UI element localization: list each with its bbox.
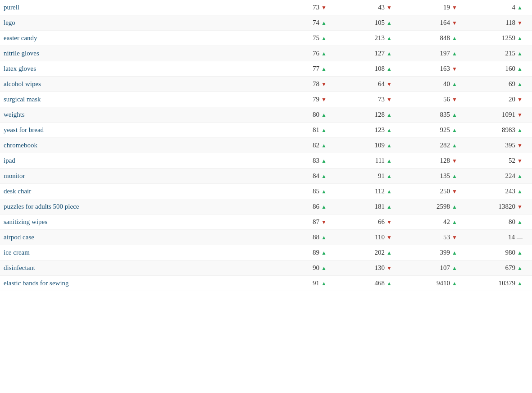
down-arrow: ▼ (386, 265, 392, 271)
item-name: purell (0, 4, 270, 11)
col1-value: 89 ▲ (270, 249, 336, 256)
item-name: nitrile gloves (0, 50, 270, 57)
col3-value: 163 ▼ (401, 65, 466, 73)
col1-value: 79 ▼ (270, 96, 336, 103)
col2-number: 128 (375, 111, 385, 119)
table-row: surgical mask 79 ▼ 73 ▼ 56 ▼ 20 ▼ (0, 92, 532, 107)
col2-number: 109 (375, 142, 385, 149)
table-row: lego 74 ▲ 105 ▲ 164 ▼ 118 ▼ (0, 15, 532, 31)
down-arrow: ▼ (517, 143, 523, 148)
col3-value: 250 ▼ (401, 187, 466, 195)
col2-number: 64 (378, 80, 385, 88)
item-name: latex gloves (0, 65, 270, 73)
item-name: disinfectant (0, 264, 270, 272)
col2-value: 91 ▲ (336, 172, 401, 180)
col2-value: 43 ▼ (336, 4, 401, 11)
col1-number: 74 (313, 19, 319, 27)
col1-number: 76 (313, 50, 319, 57)
up-arrow: ▲ (321, 204, 327, 210)
col1-number: 78 (313, 80, 319, 88)
col4-value: 8983 ▲ (466, 126, 532, 134)
col1-value: 91 ▲ (270, 279, 336, 287)
down-arrow: ▼ (321, 219, 327, 225)
item-name: lego (0, 19, 270, 27)
col2-number: 127 (375, 50, 385, 57)
col3-number: 19 (443, 4, 450, 11)
col3-value: 282 ▲ (401, 142, 466, 149)
up-arrow: ▲ (452, 204, 457, 210)
up-arrow: ▲ (386, 250, 392, 256)
col4-number: 118 (505, 19, 515, 27)
col3-value: 19 ▼ (401, 4, 466, 11)
up-arrow: ▲ (321, 281, 327, 286)
col1-value: 81 ▲ (270, 126, 336, 134)
col4-value: 215 ▲ (466, 50, 532, 57)
table-row: ice cream 89 ▲ 202 ▲ 399 ▲ 980 ▲ (0, 245, 532, 260)
col1-value: 76 ▲ (270, 50, 336, 57)
col4-number: 8983 (502, 126, 515, 134)
up-arrow: ▲ (517, 189, 523, 194)
col2-number: 108 (375, 65, 385, 73)
item-name: easter candy (0, 34, 270, 42)
col1-value: 80 ▲ (270, 111, 336, 119)
col1-number: 89 (313, 249, 319, 256)
col3-value: 42 ▲ (401, 218, 466, 226)
item-name: surgical mask (0, 96, 270, 103)
item-name: yeast for bread (0, 126, 270, 134)
col4-value: 118 ▼ (466, 19, 532, 27)
col4-value: 69 ▲ (466, 80, 532, 88)
item-name: ice cream (0, 249, 270, 256)
col1-value: 86 ▲ (270, 203, 336, 210)
col2-number: 66 (378, 218, 385, 226)
item-name: alcohol wipes (0, 80, 270, 88)
up-arrow: ▲ (517, 219, 523, 225)
col3-value: 835 ▲ (401, 111, 466, 119)
col4-number: 679 (505, 264, 516, 272)
col4-number: 80 (509, 218, 515, 226)
down-arrow: ▼ (386, 97, 392, 102)
col4-number: 215 (505, 50, 516, 57)
col3-number: 848 (440, 34, 450, 42)
up-arrow: ▲ (386, 36, 392, 41)
up-arrow: ▲ (321, 112, 327, 118)
neutral-indicator: — (517, 234, 523, 241)
up-arrow: ▲ (517, 5, 523, 10)
col1-value: 87 ▼ (270, 218, 336, 226)
col3-number: 163 (440, 65, 450, 73)
col4-number: 14 (508, 233, 515, 241)
col3-number: 164 (440, 19, 450, 27)
up-arrow: ▲ (386, 174, 392, 179)
up-arrow: ▲ (517, 128, 523, 133)
col3-value: 135 ▲ (401, 172, 466, 180)
item-name: ipad (0, 157, 270, 165)
col4-number: 980 (505, 249, 516, 256)
rankings-table: purell 73 ▼ 43 ▼ 19 ▼ 4 ▲ lego 74 ▲ (0, 0, 532, 291)
col1-value: 74 ▲ (270, 19, 336, 27)
col4-number: 1259 (502, 34, 515, 42)
col2-value: 213 ▲ (336, 34, 401, 42)
col2-number: 91 (378, 172, 385, 180)
col1-value: 88 ▲ (270, 233, 336, 241)
col3-value: 925 ▲ (401, 126, 466, 134)
col1-number: 90 (313, 264, 319, 272)
down-arrow: ▼ (386, 5, 392, 10)
col3-number: 9410 (437, 279, 450, 287)
table-row: puzzles for adults 500 piece 86 ▲ 181 ▲ … (0, 199, 532, 215)
down-arrow: ▼ (452, 235, 457, 240)
col3-number: 197 (440, 50, 450, 57)
up-arrow: ▲ (452, 219, 457, 225)
col1-number: 77 (313, 65, 319, 73)
col2-value: 127 ▲ (336, 50, 401, 57)
col3-value: 399 ▲ (401, 249, 466, 256)
col4-value: 52 ▼ (466, 157, 532, 165)
up-arrow: ▲ (452, 51, 457, 56)
col1-number: 80 (313, 111, 319, 119)
col2-number: 181 (375, 203, 385, 210)
col4-number: 13820 (499, 203, 516, 210)
col4-value: 13820 ▼ (466, 203, 532, 210)
col4-value: 980 ▲ (466, 249, 532, 256)
up-arrow: ▲ (517, 250, 523, 256)
up-arrow: ▲ (321, 158, 327, 164)
col2-value: 109 ▲ (336, 142, 401, 149)
col2-value: 130 ▼ (336, 264, 401, 272)
